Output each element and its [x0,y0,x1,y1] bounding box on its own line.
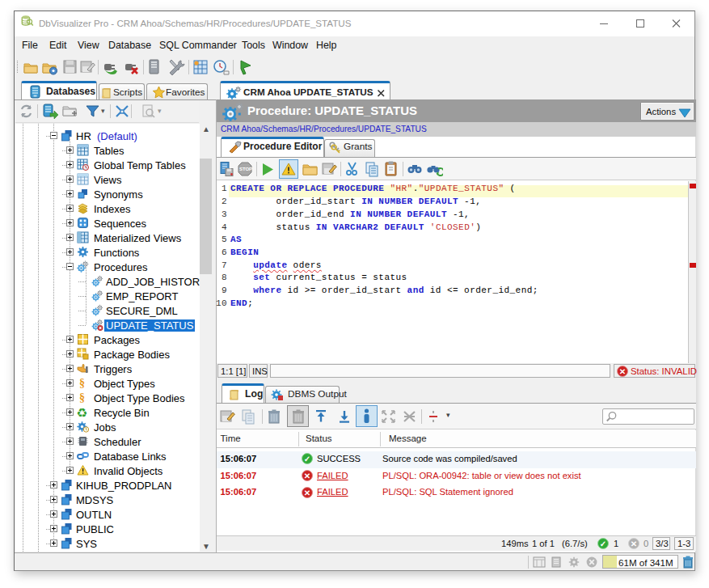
svg-text:STOP: STOP [239,167,252,171]
svg-text:§: § [79,391,85,404]
svg-text:§: § [79,377,85,389]
svg-text:♻: ♻ [77,406,87,418]
